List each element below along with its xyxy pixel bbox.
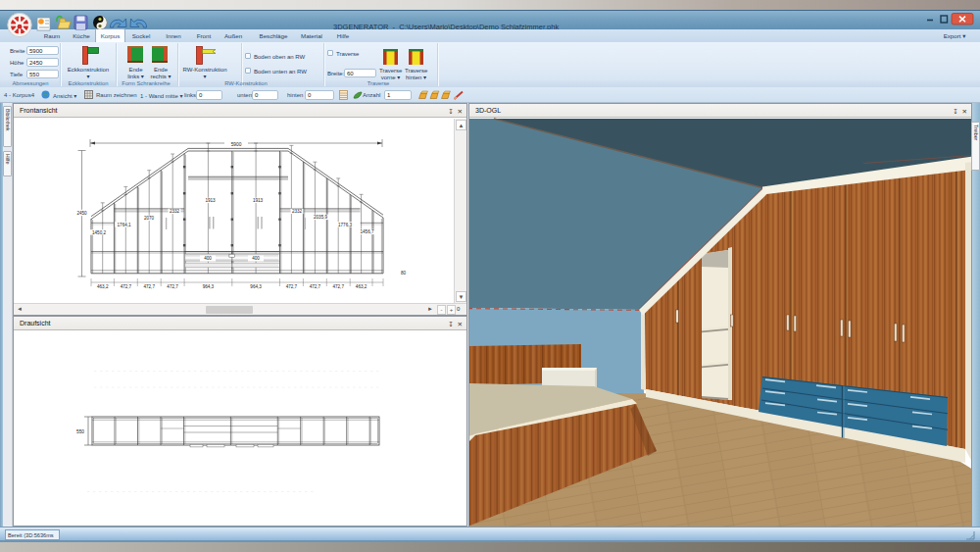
svg-text:2450: 2450 xyxy=(76,211,87,216)
svg-text:964,3: 964,3 xyxy=(250,284,262,289)
svg-text:1456,7: 1456,7 xyxy=(360,229,373,234)
svg-text:550: 550 xyxy=(76,429,84,434)
svg-text:400: 400 xyxy=(252,256,260,261)
svg-text:2332: 2332 xyxy=(292,209,303,214)
svg-text:2070: 2070 xyxy=(144,216,155,221)
svg-text:472,7: 472,7 xyxy=(332,284,344,289)
svg-text:400: 400 xyxy=(204,256,212,261)
svg-text:80: 80 xyxy=(401,271,407,276)
svg-text:2332: 2332 xyxy=(170,209,180,214)
svg-text:1776,3: 1776,3 xyxy=(338,223,352,227)
svg-text:1450,2: 1450,2 xyxy=(92,230,106,235)
svg-text:964,3: 964,3 xyxy=(203,284,215,289)
svg-text:1764,1: 1764,1 xyxy=(118,223,131,227)
svg-text:472,7: 472,7 xyxy=(286,284,298,289)
svg-text:472,7: 472,7 xyxy=(143,284,155,289)
svg-text:472,7: 472,7 xyxy=(310,284,321,289)
svg-text:463,2: 463,2 xyxy=(356,284,368,289)
svg-text:5900: 5900 xyxy=(231,142,242,147)
svg-text:472,7: 472,7 xyxy=(121,284,132,289)
svg-text:463,2: 463,2 xyxy=(97,284,109,289)
svg-text:2035,9: 2035,9 xyxy=(314,215,327,220)
svg-text:1913: 1913 xyxy=(205,198,216,203)
svg-text:1913: 1913 xyxy=(253,198,264,203)
svg-text:472,7: 472,7 xyxy=(167,284,178,289)
